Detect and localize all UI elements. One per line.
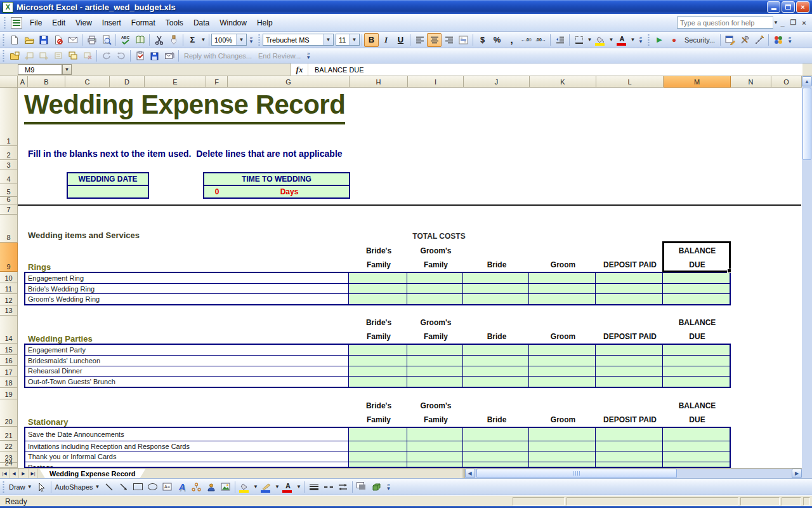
header-brides-family[interactable]: Bride'sFamily — [350, 244, 408, 272]
borders-dropdown-icon[interactable]: ▼ — [586, 33, 593, 47]
accept-change-button[interactable] — [99, 49, 114, 63]
expense-cell[interactable] — [462, 441, 528, 451]
oval-button[interactable] — [145, 480, 160, 494]
item-cell[interactable]: Thank you or Informal Cards — [25, 451, 348, 462]
expense-cell[interactable] — [407, 356, 462, 366]
bold-button[interactable]: B — [364, 33, 379, 47]
expense-cell[interactable] — [462, 366, 528, 377]
row-header-1[interactable]: 1 — [0, 88, 18, 146]
expense-cell[interactable] — [462, 345, 528, 355]
drawing-toolbar-options[interactable]: »▼ — [384, 479, 393, 495]
research-button[interactable] — [133, 33, 147, 47]
expense-cell[interactable] — [348, 428, 407, 441]
font-color-dropdown-icon[interactable]: ▼ — [629, 33, 636, 47]
time-value[interactable]: 0 — [204, 187, 230, 196]
header-groom[interactable]: Groom — [530, 244, 596, 272]
row-header-16[interactable]: 16 — [0, 355, 18, 366]
email-button[interactable] — [65, 33, 80, 47]
expense-cell[interactable] — [407, 451, 462, 462]
formula-field[interactable]: fx BALANCE DUE — [291, 64, 802, 76]
zoom-combo[interactable]: 100% ▼ — [211, 34, 247, 46]
wedding-date-value-cell[interactable] — [68, 186, 148, 197]
row-header-3[interactable]: 3 — [0, 160, 18, 170]
expense-cell[interactable] — [528, 284, 595, 294]
toolbar-grip[interactable] — [2, 34, 5, 46]
font-size-dropdown-icon[interactable]: ▼ — [349, 34, 359, 45]
reply-with-changes-button[interactable]: Reply with Changes... — [181, 51, 255, 61]
expense-cell[interactable] — [407, 284, 462, 294]
scroll-right-button[interactable]: ▶ — [792, 469, 802, 478]
print-button[interactable] — [84, 33, 99, 47]
underline-button[interactable]: U — [393, 33, 408, 47]
section-name-wedding-parties[interactable]: Wedding Parties — [28, 330, 93, 344]
draw-fill-color-dropdown-icon[interactable]: ▼ — [252, 480, 259, 494]
line-style-button[interactable] — [306, 480, 321, 494]
expense-cell[interactable] — [407, 428, 462, 441]
send-attachment-button[interactable] — [162, 49, 176, 63]
expense-cell[interactable] — [595, 284, 662, 294]
toolbar-grip[interactable] — [258, 34, 261, 46]
formatting-toolbar-options[interactable]: »▼ — [636, 32, 645, 48]
header-balance-due[interactable]: BALANCEDUE — [664, 399, 731, 427]
dash-style-button[interactable] — [321, 480, 336, 494]
expense-cell[interactable] — [462, 273, 528, 283]
record-macro-button[interactable]: ● — [667, 33, 681, 47]
name-box[interactable]: M9 — [18, 64, 62, 75]
menu-edit[interactable]: Edit — [47, 16, 70, 30]
cut-button[interactable] — [152, 33, 166, 47]
row-header-17[interactable]: 17 — [0, 366, 18, 377]
name-box-dropdown-icon[interactable]: ▼ — [62, 64, 72, 75]
draw-menu-button[interactable]: Draw▼ — [7, 482, 34, 492]
control-toolbox-button[interactable] — [737, 33, 752, 47]
draw-font-color-dropdown-icon[interactable]: ▼ — [295, 480, 302, 494]
fill-color-dropdown-icon[interactable]: ▼ — [608, 33, 615, 47]
column-header-D[interactable]: D — [110, 76, 145, 88]
update-file-button[interactable] — [133, 49, 147, 63]
new-comment-button[interactable] — [7, 49, 22, 63]
script-editor-button[interactable] — [771, 33, 785, 47]
arrow-style-button[interactable] — [336, 480, 350, 494]
show-hide-comment-button[interactable] — [51, 49, 65, 63]
show-all-comments-button[interactable] — [65, 49, 80, 63]
expense-cell[interactable] — [595, 294, 662, 304]
header-bride[interactable]: Bride — [464, 244, 530, 272]
next-sheet-button[interactable]: ▶ — [19, 469, 29, 478]
borders-button[interactable] — [572, 33, 586, 47]
expense-cell[interactable] — [662, 294, 730, 304]
row-header-9[interactable]: 9 — [0, 243, 18, 272]
italic-button[interactable]: I — [379, 33, 393, 47]
expense-cell[interactable] — [595, 356, 662, 366]
expense-cell[interactable] — [348, 462, 407, 468]
font-name-dropdown-icon[interactable]: ▼ — [323, 34, 333, 45]
expense-cell[interactable] — [528, 366, 595, 377]
currency-button[interactable]: $ — [475, 33, 490, 47]
row-header-7[interactable]: 7 — [0, 204, 18, 215]
expense-cell[interactable] — [348, 356, 407, 366]
expense-cell[interactable] — [528, 441, 595, 451]
menu-grip[interactable] — [3, 17, 6, 29]
align-left-button[interactable] — [412, 33, 427, 47]
row-header-10[interactable]: 10 — [0, 272, 18, 283]
item-cell[interactable]: Out-of-Town Guests' Brunch — [25, 377, 348, 387]
rectangle-button[interactable] — [131, 480, 145, 494]
row-header-5[interactable]: 5 — [0, 184, 18, 197]
row-header-24[interactable]: 24 — [0, 463, 18, 468]
standard-toolbar-options[interactable]: »▼ — [247, 32, 256, 48]
expense-cell[interactable] — [407, 462, 462, 468]
column-header-B[interactable]: B — [28, 76, 65, 88]
last-sheet-button[interactable]: ▶| — [29, 469, 38, 478]
expense-cell[interactable] — [662, 441, 730, 451]
toolbar-grip[interactable] — [2, 481, 5, 493]
expense-cell[interactable] — [595, 428, 662, 441]
expense-cell[interactable] — [462, 462, 528, 468]
autoshapes-menu-button[interactable]: AutoShapes▼ — [53, 482, 102, 492]
expense-cell[interactable] — [528, 273, 595, 283]
expense-cell[interactable] — [528, 377, 595, 387]
decrease-indent-button[interactable] — [553, 33, 567, 47]
expense-cell[interactable] — [528, 451, 595, 462]
doc-restore-button[interactable]: ❐ — [788, 18, 799, 27]
font-size-combo[interactable]: 11 ▼ — [336, 34, 360, 46]
row-header-11[interactable]: 11 — [0, 283, 18, 294]
zoom-dropdown-icon[interactable]: ▼ — [236, 34, 246, 45]
menu-insert[interactable]: Insert — [97, 16, 126, 30]
